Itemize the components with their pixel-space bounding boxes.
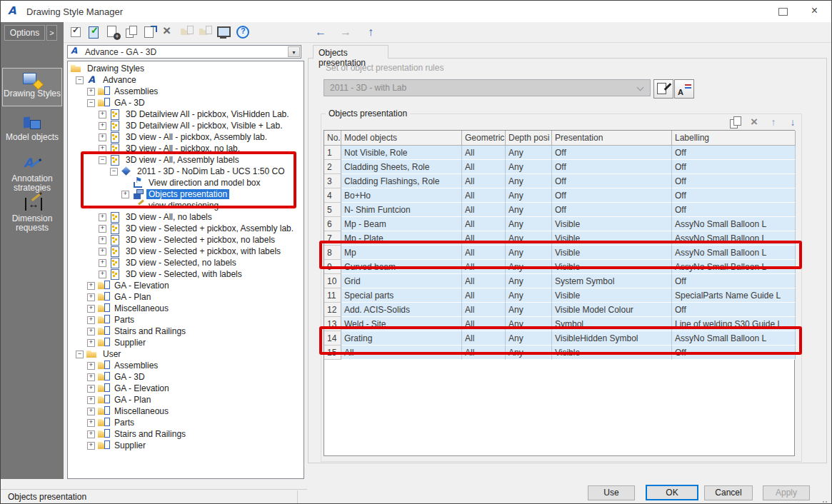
- table-row[interactable]: 10GridAllAnySystem SymbolOff: [324, 274, 794, 288]
- table-row[interactable]: 1Not Visible, RoleAllAnyOffOff: [324, 146, 794, 160]
- tree-item-drawing-styles[interactable]: Drawing Styles: [68, 63, 304, 74]
- tree-item-parts[interactable]: +Parts: [68, 314, 304, 326]
- tree-item-user[interactable]: −User: [68, 348, 304, 360]
- expand-icon[interactable]: +: [87, 282, 95, 290]
- collapse-icon[interactable]: −: [110, 168, 118, 176]
- table-row[interactable]: 8MpAllAnyVisibleAssyNo Small Balloon L: [324, 246, 794, 260]
- expand-icon[interactable]: +: [87, 328, 95, 336]
- expand-icon[interactable]: +: [87, 293, 95, 301]
- tree-item-parts[interactable]: +Parts: [68, 417, 304, 428]
- expand-icon[interactable]: +: [99, 145, 106, 153]
- tree-item-3d-view-selected-with-labels[interactable]: +3D view - Selected, with labels: [68, 268, 304, 280]
- expand-icon[interactable]: +: [87, 396, 95, 404]
- tree-item-3d-view-all-assembly-labels[interactable]: −3D view - All, Assembly labels: [68, 154, 304, 166]
- expand-icon[interactable]: +: [87, 442, 95, 450]
- expand-icon[interactable]: +: [99, 133, 106, 141]
- cancel-button[interactable]: Cancel: [704, 485, 753, 500]
- sidebar-item-drawing-styles[interactable]: Drawing Styles: [2, 68, 62, 106]
- table-row[interactable]: 6Mp - BeamAllAnyVisibleAssyNo Small Ball…: [324, 217, 794, 231]
- expand-icon[interactable]: +: [87, 339, 95, 347]
- tree-item-supplier[interactable]: +Supplier: [68, 440, 304, 451]
- expand-icon[interactable]: +: [87, 362, 95, 370]
- expand-icon[interactable]: +: [87, 419, 95, 427]
- resize-grip[interactable]: [821, 496, 828, 503]
- use-button[interactable]: Use: [588, 485, 635, 500]
- combobox-dropdown-arrow[interactable]: ▼: [288, 46, 300, 57]
- tree-item-3d-detailview-all-pickbox-vishidden-lab[interactable]: +3D Detailview All - pickbox, VisHidden …: [68, 109, 304, 120]
- tree-item-3d-view-selected-pickbox-no-labels[interactable]: +3D view - Selected + pickbox, no labels: [68, 234, 304, 246]
- table-row[interactable]: 9Curved beamAllAnyVisibleAssyNo Small Ba…: [324, 260, 794, 274]
- expand-icon[interactable]: +: [99, 271, 106, 278]
- collapse-icon[interactable]: −: [76, 351, 84, 358]
- sidebar-item-annotation-strategies[interactable]: Annotation strategies: [2, 153, 62, 191]
- rename-rule-button[interactable]: [674, 79, 694, 99]
- move-down-icon[interactable]: ↓: [786, 115, 800, 129]
- tree-item-ga-plan[interactable]: +GA - Plan: [68, 394, 304, 405]
- tree-item-ga-elevation[interactable]: +GA - Elevation: [68, 280, 304, 291]
- table-row[interactable]: 3Cladding Flashings, RoleAllAnyOffOff: [324, 174, 794, 188]
- expand-icon[interactable]: +: [121, 191, 129, 198]
- tree-item-assemblies[interactable]: +Assemblies: [68, 360, 304, 371]
- tree-item-miscellaneous[interactable]: +Miscellaneous: [68, 303, 304, 314]
- new-style-icon[interactable]: [105, 24, 121, 40]
- tree-item-stairs-and-railings[interactable]: +Stairs and Railings: [68, 326, 304, 337]
- tree-item-advance[interactable]: −Advance: [68, 74, 304, 86]
- tab-objects-presentation[interactable]: Objects presentation: [313, 45, 389, 59]
- display-icon[interactable]: [216, 24, 232, 40]
- table-row[interactable]: 4Bo+HoAllAnyOffOff: [324, 188, 794, 203]
- tree-item-3d-view-selected-no-labels[interactable]: +3D view - Selected, no labels: [68, 257, 304, 268]
- tree-item-ga-3d[interactable]: +GA - 3D: [68, 371, 304, 383]
- style-category-combobox[interactable]: Advance - GA - 3D ▼: [67, 45, 301, 59]
- tree-item-ga-plan[interactable]: +GA - Plan: [68, 291, 304, 303]
- tree-item-ga-3d[interactable]: −GA - 3D: [68, 97, 304, 109]
- tree-item-objects-presentation[interactable]: +Objects presentation: [68, 188, 304, 200]
- ok-button[interactable]: OK: [646, 485, 698, 500]
- rules-set-combobox[interactable]: 2011 - 3D - with Lab: [324, 79, 651, 96]
- apply-style-icon[interactable]: [86, 24, 102, 40]
- expand-icon[interactable]: +: [99, 259, 106, 267]
- tree-item-3d-detailview-all-pickbox-visible-lab[interactable]: +3D Detailview All - pickbox, Visible + …: [68, 120, 304, 131]
- tree-item-miscellaneous[interactable]: +Miscellaneous: [68, 405, 304, 417]
- nav-up-icon[interactable]: ↑: [363, 24, 379, 40]
- expand-icon[interactable]: +: [87, 305, 95, 313]
- validate-icon[interactable]: [68, 24, 84, 40]
- new-rule-button[interactable]: [653, 79, 673, 99]
- expand-icon[interactable]: +: [99, 111, 106, 119]
- table-row[interactable]: 12Add. ACIS-SolidsAllAnyVisible Model Co…: [324, 303, 794, 317]
- tree-item-3d-view-all-pickbox-no-lab[interactable]: +3D view - All - pickbox, no lab.: [68, 143, 304, 154]
- tree-item-2011-3d-nodim-lab-ucs-1-50-co[interactable]: −2011 - 3D - NoDim Lab - UCS 1:50 CO: [68, 166, 304, 177]
- table-row[interactable]: 5N- Shim FuntcionAllAnyOffOff: [324, 203, 794, 217]
- nav-back-icon[interactable]: ←: [313, 24, 329, 40]
- collapse-icon[interactable]: −: [99, 156, 106, 164]
- copy-icon[interactable]: [124, 24, 139, 40]
- help-icon[interactable]: [235, 24, 251, 40]
- tree-item-supplier[interactable]: +Supplier: [68, 337, 304, 348]
- move-up-icon[interactable]: ↑: [766, 115, 781, 129]
- expand-icon[interactable]: +: [99, 122, 106, 130]
- expand-icon[interactable]: +: [87, 408, 95, 415]
- table-row[interactable]: 2Cladding Sheets, RoleAllAnyOffOff: [324, 160, 794, 174]
- sidebar-item-model-objects[interactable]: Model objects: [2, 112, 62, 148]
- tree-item-3d-view-all-no-labels[interactable]: +3D view - All, no labels: [68, 211, 304, 223]
- tree-item-3d-view-all-pickbox-assembly-lab[interactable]: +3D view - All - pickbox, Assembly lab.: [68, 131, 304, 143]
- table-row[interactable]: 13Weld - SiteAllAnySymbolLine of welding…: [324, 317, 794, 331]
- tree-item-assemblies[interactable]: +Assemblies: [68, 86, 304, 97]
- tree-item-3d-view-selected-pickbox-assembly-lab[interactable]: +3D view - Selected + pickbox, Assembly …: [68, 223, 304, 234]
- tree-item-stairs-and-railings[interactable]: +Stairs and Railings: [68, 428, 304, 440]
- options-chevron-button[interactable]: >: [46, 25, 57, 41]
- delete-icon[interactable]: [161, 24, 176, 40]
- expand-icon[interactable]: +: [87, 316, 95, 324]
- tree-item-view-direction-and-model-box[interactable]: −View direction and model box: [68, 177, 304, 188]
- tree-item-view-dimensioning[interactable]: −view dimensioning: [68, 200, 304, 211]
- collapse-icon[interactable]: −: [87, 99, 95, 107]
- expand-icon[interactable]: +: [87, 88, 95, 96]
- expand-icon[interactable]: +: [87, 430, 95, 438]
- tree-item-ga-elevation[interactable]: +GA - Elevation: [68, 383, 304, 394]
- expand-icon[interactable]: +: [99, 248, 106, 256]
- expand-icon[interactable]: +: [99, 213, 106, 221]
- table-row[interactable]: 15AllAllAnyVisibleOff: [324, 346, 794, 360]
- options-button[interactable]: Options: [4, 25, 45, 41]
- close-button[interactable]: ×: [798, 1, 831, 22]
- maximize-button[interactable]: [766, 1, 798, 22]
- table-row[interactable]: 7Mp - PlateAllAnyVisibleAssyNo Small Bal…: [324, 231, 794, 246]
